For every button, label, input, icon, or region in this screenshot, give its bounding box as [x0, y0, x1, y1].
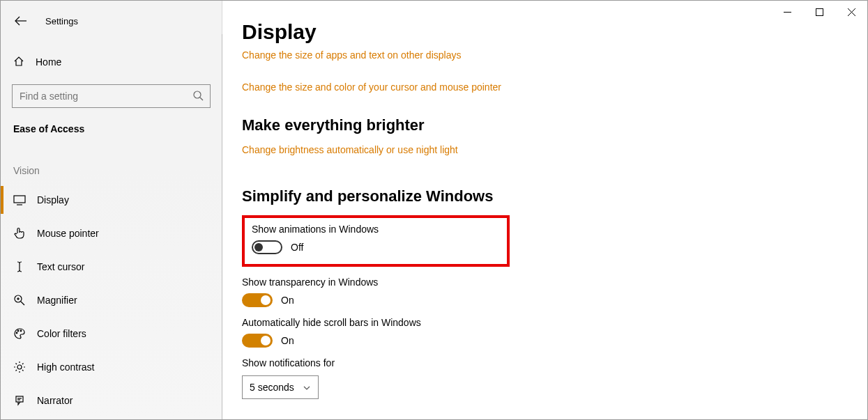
toggle-row-scrollbars: On — [242, 334, 867, 348]
app-title: Settings — [45, 16, 78, 26]
svg-line-6 — [200, 98, 203, 100]
close-button[interactable] — [835, 1, 867, 23]
sidebar-home[interactable]: Home — [1, 49, 222, 75]
label-hide-scrollbars: Automatically hide scroll bars in Window… — [242, 317, 867, 328]
link-cursor-size-color[interactable]: Change the size and color of your cursor… — [242, 81, 867, 93]
svg-line-21 — [16, 364, 17, 365]
sidebar-item-label: Color filters — [37, 328, 86, 339]
sidebar-item-label: Mouse pointer — [37, 228, 99, 239]
narrator-icon — [13, 394, 26, 407]
main-content: Display Change the size of apps and text… — [222, 1, 867, 419]
svg-rect-25 — [16, 396, 23, 402]
link-brightness-night-light[interactable]: Change brightness automatically or use n… — [242, 144, 867, 155]
sidebar-scrollbar[interactable] — [222, 34, 222, 419]
sidebar-item-label: Display — [37, 194, 69, 205]
sidebar-item-label: Text cursor — [37, 261, 84, 272]
highlight-animations: Show animations in Windows Off — [242, 215, 510, 267]
sidebar-item-mouse-pointer[interactable]: Mouse pointer — [1, 217, 222, 250]
palette-icon — [13, 327, 26, 340]
minimize-button[interactable] — [771, 1, 803, 23]
sidebar-item-high-contrast[interactable]: High contrast — [1, 350, 222, 384]
dropdown-notifications-duration[interactable]: 5 seconds — [242, 375, 319, 399]
label-show-transparency: Show transparency in Windows — [242, 277, 867, 288]
svg-point-13 — [16, 332, 17, 334]
sidebar-top: Settings — [1, 8, 222, 34]
magnifier-icon — [13, 294, 26, 306]
window-controls — [771, 1, 867, 23]
section-brighter: Make everything brighter — [242, 116, 867, 134]
search-input[interactable] — [12, 84, 211, 108]
page-title: Display — [242, 20, 867, 44]
svg-point-15 — [20, 330, 22, 332]
settings-window: Settings Home Ease of Access Vision — [0, 0, 868, 420]
sidebar-section-vision: Vision — [1, 165, 222, 176]
svg-line-10 — [21, 302, 24, 305]
toggle-row-animations: Off — [252, 240, 500, 254]
search-icon — [192, 90, 204, 104]
sidebar-item-narrator[interactable]: Narrator — [1, 384, 222, 417]
svg-point-16 — [17, 365, 22, 369]
label-show-animations: Show animations in Windows — [252, 224, 500, 235]
toggle-show-transparency[interactable] — [242, 293, 273, 307]
svg-line-22 — [22, 370, 24, 371]
svg-rect-1 — [816, 8, 823, 15]
sidebar-item-label: Narrator — [37, 395, 73, 406]
maximize-button[interactable] — [803, 1, 835, 23]
svg-rect-7 — [14, 196, 25, 203]
cursor-hand-icon — [13, 227, 26, 240]
svg-point-14 — [17, 330, 19, 332]
toggle-state-transparency: On — [281, 295, 294, 306]
dropdown-value: 5 seconds — [250, 382, 294, 393]
svg-line-24 — [22, 364, 24, 365]
back-button[interactable] — [13, 13, 29, 29]
section-simplify: Simplify and personalize Windows — [242, 187, 867, 205]
toggle-row-transparency: On — [242, 293, 867, 307]
home-icon — [13, 56, 24, 69]
sidebar-item-label: High contrast — [37, 361, 94, 373]
sidebar-item-display[interactable]: Display — [1, 183, 222, 217]
sidebar-item-magnifier[interactable]: Magnifier — [1, 283, 222, 317]
monitor-icon — [13, 194, 26, 205]
chevron-down-icon — [303, 382, 311, 393]
sidebar: Settings Home Ease of Access Vision — [1, 1, 222, 419]
toggle-state-scrollbars: On — [281, 335, 294, 346]
svg-point-5 — [194, 91, 201, 98]
svg-line-23 — [16, 370, 17, 371]
toggle-state-animations: Off — [291, 242, 303, 253]
toggle-hide-scrollbars[interactable] — [242, 334, 273, 348]
search-wrap — [12, 84, 211, 108]
sidebar-item-label: Magnifier — [37, 295, 77, 306]
sidebar-item-text-cursor[interactable]: Text cursor — [1, 250, 222, 283]
toggle-show-animations[interactable] — [252, 240, 282, 254]
label-notifications-for: Show notifications for — [242, 357, 867, 368]
text-cursor-icon — [13, 260, 26, 273]
brightness-icon — [13, 361, 26, 373]
sidebar-item-color-filters[interactable]: Color filters — [1, 317, 222, 350]
sidebar-category: Ease of Access — [1, 123, 222, 134]
link-size-apps-text[interactable]: Change the size of apps and text on othe… — [242, 49, 867, 61]
home-label: Home — [36, 56, 61, 68]
